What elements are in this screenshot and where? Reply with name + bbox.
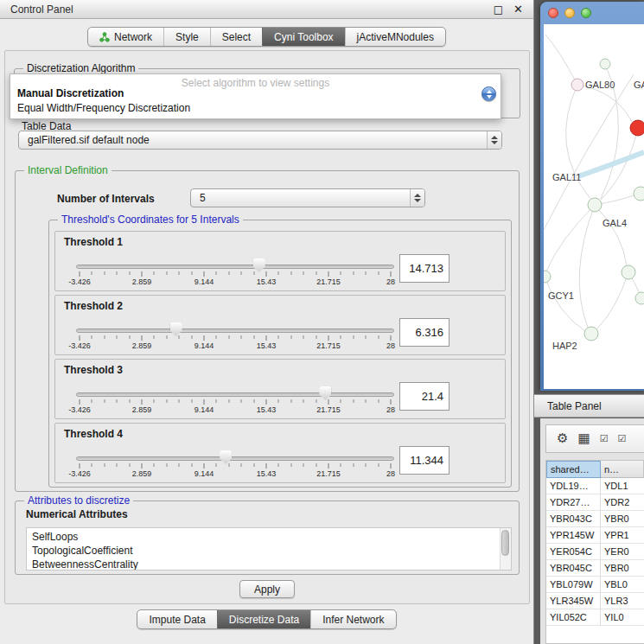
scale-label: 28 [386,277,395,286]
tick-mark [391,399,392,405]
tab-discretize-data[interactable]: Discretize Data [217,610,310,628]
cyni-toolbox-panel: Discretization Algorithm Select algorith… [4,50,530,604]
columns-icon[interactable]: ▦ [577,432,590,445]
network-node-1[interactable] [571,79,583,91]
close-traffic-icon[interactable] [548,8,558,18]
slider-thumb[interactable] [220,450,232,464]
attribute-item-selfloops[interactable]: SelfLoops [27,530,511,544]
tick-mark [92,271,92,275]
network-node-label: GAL4 [603,218,627,228]
attribute-item-betweennesscentrality[interactable]: BetweennessCentrality [27,558,511,571]
tab-select[interactable]: Select [210,28,262,46]
scale-label: 2.859 [132,277,152,286]
scrollbar[interactable] [500,528,511,570]
tick-mark [378,271,379,275]
threshold-value-field[interactable]: 14.713 [399,254,450,283]
network-node-7[interactable] [622,265,635,279]
minimize-traffic-icon[interactable] [564,8,575,18]
network-node-5[interactable] [634,187,644,201]
table-row-9[interactable]: YIL052CYIL0 [546,609,644,626]
tab-impute-data[interactable]: Impute Data [137,610,216,628]
float-window-icon[interactable]: □ [494,3,503,16]
network-node-9[interactable] [635,292,644,304]
table-row-5[interactable]: YER054CYER0 [546,544,644,560]
table-row-4[interactable]: YPR145WYPR1 [546,527,644,544]
table-row-3[interactable]: YBR043CYBR0 [546,511,644,527]
tab-style[interactable]: Style [163,28,210,46]
network-node-4[interactable] [588,198,602,212]
scale-label: 9.144 [194,341,214,350]
slider-thumb[interactable] [170,322,182,336]
close-window-icon[interactable]: ✕ [513,3,523,16]
number-of-intervals-combo[interactable]: 5 [190,188,425,207]
scale-label: -3.426 [68,405,91,414]
network-node-2[interactable] [600,59,610,69]
network-node-3[interactable] [630,120,644,136]
network-node-6[interactable] [544,271,551,283]
tick-mark [328,399,329,405]
attribute-item-topologicalcoefficient[interactable]: TopologicalCoefficient [27,544,511,558]
column-header-1[interactable]: shared… [546,461,601,478]
tick-mark [228,399,229,403]
threshold-slider[interactable]: -3.4262.8599.14415.4321.71528 [76,450,394,481]
number-of-intervals-label: Number of Intervals [57,193,155,205]
network-edge[interactable] [595,205,627,266]
tab-cyni-toolbox[interactable]: Cyni Toolbox [262,28,344,46]
slider-thumb[interactable] [253,258,265,272]
interval-definition-title: Interval Definition [24,164,112,177]
tick-mark [154,271,155,275]
threshold-value-field[interactable]: 6.316 [399,318,450,347]
tick-mark [117,271,118,275]
control-panel-titlebar: Control Panel □ ✕ [0,0,533,19]
threshold-panel-1: Threshold 1-3.4262.8599.14415.4321.71528… [54,231,506,291]
tick-mark [278,271,279,275]
cell-name: YER0 [601,544,644,559]
network-node-label: GAL80 [585,80,615,90]
attributes-list[interactable]: SelfLoopsTopologicalCoefficientBetweenne… [26,527,512,571]
slider-thumb[interactable] [319,386,331,400]
threshold-value-field[interactable]: 11.344 [399,446,450,475]
tab-network[interactable]: Network [88,28,163,46]
table-row-2[interactable]: YDR27…YDR2 [546,494,644,511]
network-edge[interactable] [546,205,595,271]
threshold-value-field[interactable]: 21.4 [399,382,450,411]
algorithm-combo-button[interactable] [481,86,496,101]
tick-mark [266,271,267,277]
threshold-slider[interactable]: -3.4262.8599.14415.4321.71528 [76,322,394,353]
network-node-label: HAP2 [552,341,577,351]
apply-button[interactable]: Apply [239,580,295,598]
table-data-combo[interactable]: galFiltered.sif default node [18,131,502,150]
threshold-slider[interactable]: -3.4262.8599.14415.4321.71528 [76,258,394,289]
tab-jactivemnodules[interactable]: jActiveMNodules [345,28,445,46]
network-canvas[interactable]: GAL80GAGAL11GAL4GCY1HAP2 [544,24,644,389]
tick-mark [191,335,192,339]
table-row-1[interactable]: YDL19…YDL1 [546,478,644,494]
tab-infer-network[interactable]: Infer Network [310,610,395,628]
tick-mark [266,335,267,341]
table-row-6[interactable]: YBR045CYBR0 [546,560,644,577]
scale-label: 21.715 [316,469,341,478]
select-all-rows-icon[interactable]: ☑ [600,434,609,443]
table-row-8[interactable]: YLR345WYLR3 [546,593,644,609]
tick-mark [154,463,155,467]
popup-option-equal-width-frequency-discretization[interactable]: Equal Width/Frequency Discretization [10,101,501,116]
table-row-7[interactable]: YBL079WYBL0 [546,577,644,593]
network-node-8[interactable] [584,327,598,341]
tab-label: Infer Network [322,614,384,626]
column-header-2[interactable]: n… [601,461,644,478]
gear-icon[interactable]: ⚙ [557,432,568,445]
tick-mark [142,399,143,405]
tick-mark [228,335,229,339]
scale-label: 2.859 [132,469,152,478]
network-edge[interactable] [545,35,577,85]
node-table: shared…n… YDL19…YDL1YDR27…YDR2YBR043CYBR… [545,460,644,644]
threshold-slider[interactable]: -3.4262.8599.14415.4321.71528 [76,386,394,417]
tick-mark [166,463,167,467]
deselect-all-rows-icon[interactable]: ☑ [618,434,627,443]
zoom-traffic-icon[interactable] [581,8,591,18]
network-edge[interactable] [596,272,628,329]
tick-mark [204,399,205,405]
tick-mark [316,335,316,339]
network-edge[interactable] [579,205,595,328]
scrollbar-thumb[interactable] [501,530,509,556]
